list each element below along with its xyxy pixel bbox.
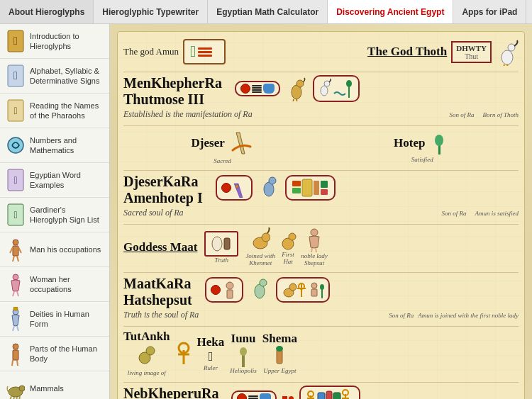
amenhotep-line1: DjeserKaRa xyxy=(123,174,203,190)
sun-disk-2 xyxy=(221,183,231,193)
djeser-name: Djeser xyxy=(192,136,225,150)
tab-egypt[interactable]: Discovering Ancient Egypt xyxy=(328,0,453,23)
svg-point-47 xyxy=(435,135,443,146)
svg-line-40 xyxy=(293,99,294,101)
svg-rect-75 xyxy=(311,289,317,296)
amenhotep-name: DjeserKaRa Amenhotep I xyxy=(123,174,203,206)
tab-typewriter[interactable]: Hieroglyphic Typewriter xyxy=(94,0,208,23)
divider-1 xyxy=(123,72,519,72)
divider-5 xyxy=(123,272,519,273)
hotep-hiero-row: Hotep xyxy=(394,130,450,156)
truth-cartouche xyxy=(204,231,238,257)
svg-rect-57 xyxy=(224,238,230,249)
sidebar-item-deities[interactable]: Deities in Human Form xyxy=(0,302,109,337)
sidebar-item-intro[interactable]: 𓂀 Introduction to Hieroglyphs xyxy=(0,24,109,59)
svg-rect-21 xyxy=(13,307,18,310)
shepsut-label: Shepsut xyxy=(304,259,324,266)
svg-point-59 xyxy=(262,233,270,242)
woman-icon xyxy=(6,271,26,297)
svg-rect-91 xyxy=(326,391,332,399)
amun-group: The god Amun 𓇯 xyxy=(123,39,226,64)
svg-point-84 xyxy=(240,347,247,356)
tutankh-name: TutAnkh xyxy=(123,330,170,344)
svg-point-62 xyxy=(311,229,318,236)
hatshepsut-hiero1 xyxy=(222,280,238,300)
amenhotep-cartouche2 xyxy=(285,175,336,201)
thutmose-cartouche2 xyxy=(313,75,360,102)
amenhotep-line2: Amenhotep I xyxy=(123,190,203,206)
iunu-group: Iunu Heliopolis xyxy=(230,332,257,374)
tab-about[interactable]: About Hieroglyphs xyxy=(0,0,94,23)
truth-hiero xyxy=(210,234,233,254)
sidebar-item-gardiner[interactable]: 𓅱 Gardiner's Hieroglyph Sign List xyxy=(0,198,109,232)
svg-point-42 xyxy=(321,86,328,96)
sidebar-item-alphabet[interactable]: 𓅃 Alphabet, Syllabic & Determinative Sig… xyxy=(0,59,109,94)
tutankhamun-cartouche2 xyxy=(299,386,360,399)
sidebar-item-reading[interactable]: 𓀭 Reading the Names of the Pharaohs xyxy=(0,94,109,128)
svg-rect-52 xyxy=(302,179,312,196)
thutmose-cartouche1 xyxy=(235,81,280,96)
hatshepsut-translation-row: Truth is the soul of Ra Son of Ra Amun i… xyxy=(123,310,519,320)
svg-point-45 xyxy=(346,80,352,87)
khenmet-group: Joined with Khenmet xyxy=(245,227,275,266)
tutankh-sub: living image of xyxy=(128,369,166,376)
sidebar-label-parts: Parts of the Human Body xyxy=(30,344,104,364)
sidebar-item-numbers[interactable]: Numbers and Mathematics xyxy=(0,128,109,163)
hotep-name: Hotep xyxy=(394,136,425,150)
sidebar-item-parts[interactable]: Parts of the Human Body xyxy=(0,337,109,371)
sun-disk xyxy=(240,84,250,94)
khenmet-label: Khenmet xyxy=(249,259,272,266)
heka-name: Heka xyxy=(197,335,225,349)
mammals-icon xyxy=(6,376,26,399)
sidebar-label-man: Man his occupations xyxy=(30,245,101,254)
navigation-bar: About Hieroglyphs Hieroglyphic Typewrite… xyxy=(0,0,532,24)
amenhotep-translation-row: Sacred soul of Ra Son of Ra Amun is sati… xyxy=(123,208,519,218)
svg-line-37 xyxy=(507,64,508,66)
svg-text:𓂀: 𓂀 xyxy=(13,35,18,47)
sidebar-item-man[interactable]: Man his occupations xyxy=(0,232,109,267)
numbers-icon xyxy=(6,133,26,158)
bird-group xyxy=(286,77,307,101)
svg-point-6 xyxy=(8,137,23,153)
thutmose-line1: MenKhepherRa xyxy=(123,75,222,91)
man-icon xyxy=(6,237,26,262)
falcon-2-icon xyxy=(258,174,279,198)
svg-point-86 xyxy=(276,346,283,352)
svg-line-16 xyxy=(17,256,18,262)
divider-3 xyxy=(123,170,519,171)
thutmose-line2: Thutmose III xyxy=(123,91,222,108)
svg-point-17 xyxy=(13,274,18,280)
svg-line-15 xyxy=(13,256,14,262)
djeser-group: Djeser Sacred xyxy=(192,129,254,164)
svg-line-27 xyxy=(17,360,18,366)
comb-hiero xyxy=(252,85,262,93)
scarab-hiero xyxy=(263,84,275,94)
intro-icon: 𓂀 xyxy=(6,28,26,54)
word-icon: 𓂝 xyxy=(6,167,26,193)
sidebar-label-mammals: Mammals xyxy=(30,383,64,393)
hatshepsut-hiero2 xyxy=(282,280,324,300)
gardiner-icon: 𓅱 xyxy=(6,202,26,227)
section-hatshepsut: MaatKaRa Hatshepsut xyxy=(123,276,519,320)
thoth-label: The God Thoth xyxy=(367,45,447,59)
section-tutankh-row: TutAnkh living image of xyxy=(123,330,519,376)
svg-line-18 xyxy=(13,291,14,296)
khenmet-hiero xyxy=(250,227,270,252)
sidebar-item-word[interactable]: 𓂝 Egyptian Word Examples xyxy=(0,163,109,198)
tutankhamun-line1: NebKheperuRa xyxy=(123,386,218,399)
amenhotep-sub-labels: Son of Ra Amun is satisfied xyxy=(441,210,519,217)
svg-line-26 xyxy=(12,360,13,366)
hatshepsut-line2: Hatshepsut xyxy=(123,292,192,308)
heka-sub: Ruler xyxy=(204,364,218,371)
thutmose-name: MenKhepherRa Thutmose III xyxy=(123,75,222,108)
tab-math[interactable]: Egyptian Math Calculator xyxy=(208,0,328,23)
deities-icon xyxy=(6,306,26,332)
sidebar-item-woman[interactable]: Woman her occupations xyxy=(0,267,109,302)
papyrus-content: The god Amun 𓇯 The God Thoth xyxy=(117,31,525,399)
sidebar-item-mammals[interactable]: Mammals xyxy=(0,371,109,399)
ka-hiero xyxy=(233,178,247,198)
tab-apps[interactable]: Apps for iPad xyxy=(453,0,526,23)
thutmose-hiero xyxy=(318,78,354,99)
djeser-sub: Sacred xyxy=(214,157,231,164)
svg-point-74 xyxy=(311,283,317,288)
